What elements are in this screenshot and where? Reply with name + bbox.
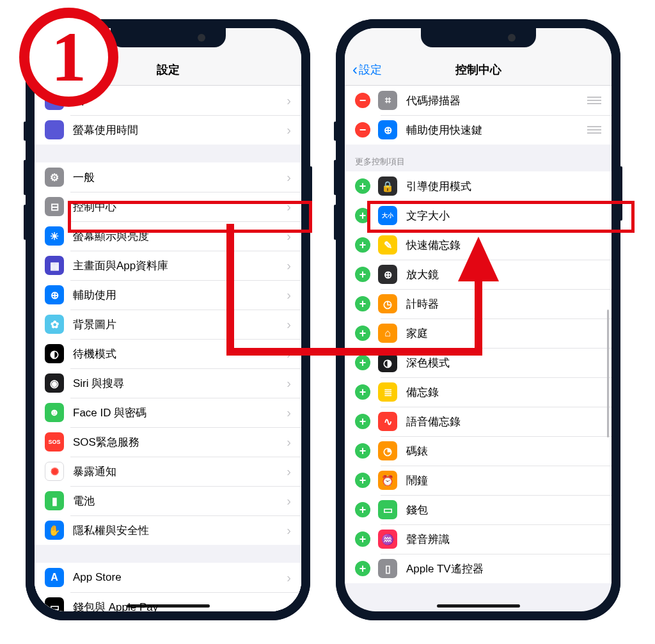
add-button[interactable]: + [355, 502, 370, 517]
more-row-magnifier[interactable]: +⊕放大鏡 [345, 260, 612, 289]
included-row-code-scanner[interactable]: −⌗代碼掃描器 [345, 86, 612, 115]
accessibility-icon: ⊕ [45, 285, 64, 304]
screen-right: ‹ 設定 控制中心 −⌗代碼掃描器−⊕輔助使用快速鍵更多控制項目+🔒引導使用模式… [345, 28, 612, 611]
add-button[interactable]: + [355, 473, 370, 488]
timer-icon: ◷ [378, 294, 397, 313]
included-row-ax-shortcut[interactable]: −⊕輔助使用快速鍵 [345, 115, 612, 145]
quick-note-icon: ✎ [378, 235, 397, 255]
row-label: 隱私權與安全性 [73, 523, 287, 538]
row-label: 錢包 [406, 503, 601, 517]
add-button[interactable]: + [355, 531, 370, 547]
more-row-quick-note[interactable]: +✎快速備忘錄 [345, 230, 612, 260]
row-label: 螢幕使用時間 [73, 123, 287, 137]
settings-row-accessibility[interactable]: ⊕輔助使用› [35, 280, 301, 310]
row-label: 碼錶 [406, 444, 601, 459]
voice-memos-icon: ∿ [378, 412, 397, 431]
ax-shortcut-icon: ⊕ [378, 120, 397, 139]
wallet-icon: ▭ [45, 597, 64, 611]
add-button[interactable]: + [355, 267, 370, 282]
settings-row-exposure[interactable]: ✺暴露通知› [35, 457, 301, 486]
row-label: 一般 [73, 170, 287, 185]
notes-icon: ≣ [378, 382, 397, 402]
drag-handle-icon[interactable] [587, 97, 601, 104]
more-row-alarm[interactable]: +⏰鬧鐘 [345, 466, 612, 495]
home-indicator[interactable] [437, 604, 520, 608]
drag-handle-icon[interactable] [587, 126, 601, 134]
chevron-right-icon: › [287, 288, 291, 302]
remove-button[interactable]: − [355, 122, 370, 137]
settings-row-standby[interactable]: ◐待機模式› [35, 339, 301, 368]
row-label: 背景圖片 [73, 317, 287, 332]
settings-row-control-center[interactable]: ⊟控制中心› [35, 192, 301, 221]
chevron-right-icon: › [287, 523, 291, 538]
section-header-more: 更多控制項目 [345, 145, 612, 171]
row-label: 文字大小 [406, 208, 601, 223]
more-row-apple-tv-remote[interactable]: +▯Apple TV遙控器 [345, 554, 612, 583]
settings-row-siri[interactable]: ◉Siri 與搜尋› [35, 368, 301, 398]
row-label: App Store [73, 571, 287, 584]
add-button[interactable]: + [355, 296, 370, 311]
chevron-right-icon: › [287, 93, 291, 108]
chevron-right-icon: › [287, 405, 291, 420]
text-size-icon: 大小 [378, 206, 397, 225]
settings-row-privacy[interactable]: ✋隱私權與安全性› [35, 515, 301, 545]
more-row-voice-memos[interactable]: +∿語音備忘錄 [345, 407, 612, 436]
row-label: 語音備忘錄 [406, 414, 601, 429]
step-badge: 1 [19, 8, 118, 107]
settings-row-screentime[interactable]: 螢幕使用時間› [35, 115, 301, 145]
settings-row-general[interactable]: ⚙一般› [35, 162, 301, 192]
wallet2-icon: ▭ [378, 500, 397, 519]
row-label: 主畫面與App資料庫 [73, 258, 287, 273]
remove-button[interactable]: − [355, 93, 370, 108]
row-label: 深色模式 [406, 356, 601, 370]
more-row-timer[interactable]: +◷計時器 [345, 289, 612, 318]
more-row-home[interactable]: +⌂家庭 [345, 318, 612, 348]
more-row-wallet2[interactable]: +▭錢包 [345, 495, 612, 524]
add-button[interactable]: + [355, 384, 370, 400]
row-label: 待機模式 [73, 347, 287, 361]
row-label: 式 [73, 93, 287, 108]
add-button[interactable]: + [355, 326, 370, 341]
settings-row-homescreen[interactable]: ▦主畫面與App資料庫› [35, 251, 301, 280]
add-button[interactable]: + [355, 443, 370, 459]
page-title: 設定 [157, 62, 180, 77]
back-button[interactable]: ‹ 設定 [352, 62, 382, 77]
settings-row-wallet[interactable]: ▭錢包與 Apple Pay› [35, 592, 301, 611]
settings-row-wallpaper[interactable]: ✿背景圖片› [35, 310, 301, 339]
privacy-icon: ✋ [45, 521, 64, 540]
dark-mode-icon: ◑ [378, 353, 397, 372]
row-label: 快速備忘錄 [406, 238, 601, 253]
row-label: Apple TV遙控器 [406, 562, 601, 576]
chevron-right-icon: › [287, 600, 291, 612]
add-button[interactable]: + [355, 561, 370, 576]
add-button[interactable]: + [355, 414, 370, 429]
general-icon: ⚙ [45, 168, 64, 187]
display-icon: ☀ [45, 226, 64, 246]
chevron-right-icon: › [287, 170, 291, 185]
more-row-dark-mode[interactable]: +◑深色模式 [345, 348, 612, 377]
settings-row-battery[interactable]: ▮電池› [35, 486, 301, 515]
phone-right: ‹ 設定 控制中心 −⌗代碼掃描器−⊕輔助使用快速鍵更多控制項目+🔒引導使用模式… [336, 19, 620, 620]
row-label: 放大鏡 [406, 267, 601, 282]
more-row-text-size[interactable]: +大小文字大小 [345, 201, 612, 230]
chevron-right-icon: › [287, 570, 291, 585]
settings-row-appstore[interactable]: AApp Store› [35, 563, 301, 592]
more-row-sound-recognition[interactable]: +♒聲音辨識 [345, 524, 612, 554]
more-row-guided-access[interactable]: +🔒引導使用模式 [345, 171, 612, 201]
row-label: 螢幕顯示與亮度 [73, 229, 287, 244]
appstore-icon: A [45, 568, 64, 587]
add-button[interactable]: + [355, 237, 370, 253]
scrollbar[interactable] [607, 310, 609, 437]
more-row-stopwatch[interactable]: +◔碼錶 [345, 436, 612, 466]
home-indicator[interactable] [127, 604, 210, 608]
add-button[interactable]: + [355, 178, 370, 194]
settings-row-sos[interactable]: SOSSOS緊急服務› [35, 427, 301, 457]
settings-row-faceid[interactable]: ☻Face ID 與密碼› [35, 398, 301, 427]
faceid-icon: ☻ [45, 403, 64, 422]
settings-row-display[interactable]: ☀螢幕顯示與亮度› [35, 221, 301, 251]
back-label: 設定 [359, 62, 382, 77]
add-button[interactable]: + [355, 355, 370, 370]
add-button[interactable]: + [355, 208, 370, 223]
row-label: 代碼掃描器 [406, 93, 587, 108]
more-row-notes[interactable]: +≣備忘錄 [345, 377, 612, 407]
